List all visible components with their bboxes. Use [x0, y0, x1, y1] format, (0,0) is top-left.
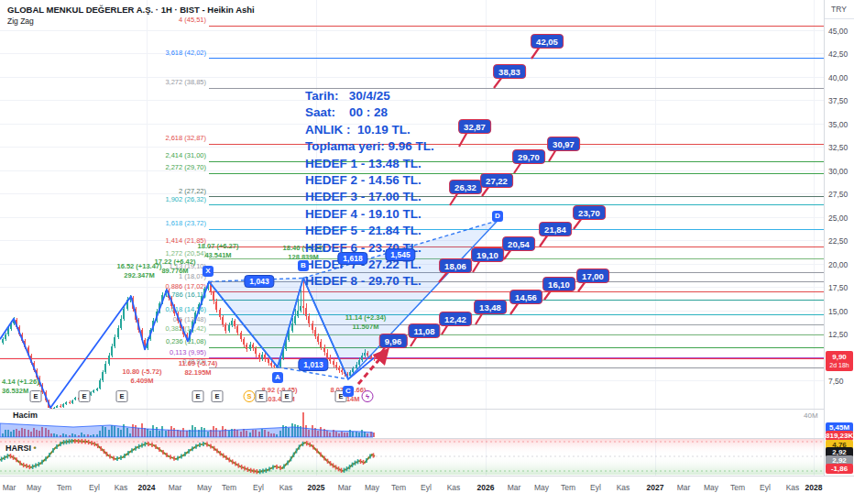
- pane-separator-harsi[interactable]: [0, 438, 854, 439]
- time-axis-month[interactable]: Tem: [57, 483, 71, 492]
- time-axis-year[interactable]: 2027: [647, 483, 664, 492]
- time-axis-month[interactable]: Kas: [617, 483, 630, 492]
- candle-body: [246, 345, 247, 349]
- time-axis-month[interactable]: Kas: [279, 483, 293, 492]
- volume-bar: [224, 429, 226, 437]
- fib-level-line[interactable]: [209, 173, 824, 174]
- time-axis-month[interactable]: Tem: [561, 483, 575, 492]
- harsi-plot: [0, 439, 824, 475]
- earnings-marker[interactable]: E: [79, 390, 91, 402]
- target-callout-label[interactable]: 17,00: [576, 268, 609, 283]
- time-axis-month[interactable]: Mar: [508, 483, 521, 492]
- target-callout-label[interactable]: 12,42: [439, 312, 472, 326]
- split-marker[interactable]: S: [244, 390, 256, 402]
- fib-level-line[interactable]: [209, 144, 824, 145]
- time-axis-month[interactable]: Tem: [222, 483, 236, 492]
- earnings-marker[interactable]: E: [256, 390, 268, 402]
- fib-level-line[interactable]: [209, 204, 824, 205]
- fib-level-line[interactable]: [209, 347, 824, 348]
- target-callout-label[interactable]: 11,08: [408, 323, 440, 338]
- volume-bar: [123, 424, 125, 438]
- fib-level-line[interactable]: [209, 324, 824, 325]
- indicator-zigzag-label[interactable]: Zig Zag: [7, 16, 34, 26]
- harmonic-point-d[interactable]: D: [492, 211, 503, 222]
- target-callout-label[interactable]: 32,87: [458, 119, 491, 134]
- time-axis-month[interactable]: Mar: [169, 483, 182, 492]
- earnings-marker[interactable]: E: [116, 390, 128, 402]
- time-axis-month[interactable]: Mar: [338, 483, 352, 492]
- volume-bar: [236, 430, 238, 437]
- time-axis-month[interactable]: Eyl: [253, 483, 264, 492]
- fib-level-line[interactable]: [209, 314, 824, 315]
- candle-body: [74, 398, 76, 400]
- target-callout-label[interactable]: 38,83: [493, 64, 526, 79]
- target-callout-label[interactable]: 9,96: [379, 334, 408, 348]
- fib-level-line[interactable]: [209, 196, 824, 197]
- time-axis-month[interactable]: Tem: [391, 483, 406, 492]
- time-axis-month[interactable]: May: [704, 483, 718, 492]
- event-bolt-marker[interactable]: ϟ: [362, 390, 374, 402]
- target-callout-label[interactable]: 18,06: [439, 258, 472, 273]
- target-info-text[interactable]: Tarih: 30/4/25Saat: 00 : 28ANLIK : 10.19…: [305, 88, 434, 290]
- target-callout-label[interactable]: 16,10: [542, 277, 575, 291]
- currency-label[interactable]: TRY: [831, 5, 847, 14]
- time-axis-month[interactable]: May: [27, 483, 41, 492]
- target-callout-label[interactable]: 23,70: [573, 205, 606, 220]
- time-axis-year[interactable]: 2028: [805, 483, 823, 492]
- volume-bar: [246, 431, 247, 437]
- target-callout-label[interactable]: 20,54: [502, 236, 535, 251]
- time-axis[interactable]: MarMayTemEylKas2024MarMayTemEylKas2025Ma…: [0, 476, 854, 504]
- earnings-marker[interactable]: E: [281, 390, 293, 402]
- harmonic-point-a[interactable]: A: [272, 372, 283, 383]
- target-callout-label[interactable]: 29,70: [512, 149, 545, 164]
- harsi-pane-label[interactable]: HARSI •: [5, 444, 37, 453]
- current-price-badge[interactable]: 9,902d 18h: [826, 351, 853, 371]
- time-axis-month[interactable]: Tem: [730, 483, 745, 492]
- time-axis-month[interactable]: Kas: [786, 483, 800, 492]
- fib-level-line[interactable]: [209, 58, 824, 59]
- time-axis-month[interactable]: Eyl: [89, 483, 100, 492]
- fib-level-line[interactable]: [209, 26, 824, 27]
- harmonic-point-b[interactable]: B: [298, 260, 309, 271]
- fib-level-line[interactable]: [209, 88, 824, 89]
- fib-level-line[interactable]: [209, 272, 824, 273]
- time-axis-month[interactable]: Kas: [447, 483, 461, 492]
- harmonic-ratio-label[interactable]: 1,013: [298, 358, 328, 371]
- fib-level-line[interactable]: [209, 281, 824, 282]
- time-axis-month[interactable]: May: [197, 483, 212, 492]
- time-axis-month[interactable]: Kas: [115, 483, 128, 492]
- target-callout-label[interactable]: 42,05: [531, 34, 564, 49]
- fib-level-line[interactable]: [209, 334, 824, 335]
- target-callout-label[interactable]: 26,32: [449, 180, 482, 194]
- time-axis-month[interactable]: May: [534, 483, 549, 492]
- target-callout-label[interactable]: 14,56: [509, 290, 542, 304]
- earnings-marker[interactable]: E: [30, 390, 42, 402]
- time-axis-month[interactable]: Eyl: [760, 483, 771, 492]
- time-axis-year[interactable]: 2026: [477, 483, 495, 492]
- time-axis-month[interactable]: May: [365, 483, 379, 492]
- target-callout-label[interactable]: 19,10: [471, 247, 504, 262]
- time-axis-month[interactable]: Mar: [677, 483, 691, 492]
- time-axis-month[interactable]: Mar: [3, 483, 16, 492]
- symbol-title[interactable]: GLOBAL MENKUL DEĞERLER A.Ş. · 1H · BIST …: [7, 5, 255, 15]
- harmonic-point-x[interactable]: X: [203, 266, 214, 277]
- price-axis[interactable]: TRY 45,0042,5040,0037,5035,0032,5030,002…: [824, 0, 854, 504]
- time-axis-month[interactable]: Eyl: [421, 483, 432, 492]
- harmonic-point-c[interactable]: C: [343, 386, 354, 397]
- harmonic-ratio-label[interactable]: 1,618: [337, 252, 367, 265]
- target-callout-label[interactable]: 30,97: [547, 137, 580, 151]
- harmonic-ratio-label[interactable]: 1,545: [385, 248, 415, 261]
- time-axis-month[interactable]: Eyl: [590, 483, 601, 492]
- volume-pane-label[interactable]: Hacim: [13, 411, 38, 420]
- target-callout-label[interactable]: 13,48: [474, 300, 507, 314]
- earnings-marker[interactable]: E: [212, 390, 224, 402]
- target-callout-label[interactable]: 21,84: [539, 222, 572, 236]
- time-axis-year[interactable]: 2025: [308, 483, 325, 492]
- volume-bar: [320, 427, 322, 437]
- earnings-marker[interactable]: E: [192, 390, 204, 402]
- harmonic-ratio-label[interactable]: 1,043: [244, 275, 274, 288]
- pane-separator-volume[interactable]: [0, 409, 854, 410]
- target-callout-label[interactable]: 27,22: [480, 173, 513, 188]
- fib-level-line[interactable]: [209, 229, 824, 230]
- time-axis-year[interactable]: 2024: [138, 483, 156, 492]
